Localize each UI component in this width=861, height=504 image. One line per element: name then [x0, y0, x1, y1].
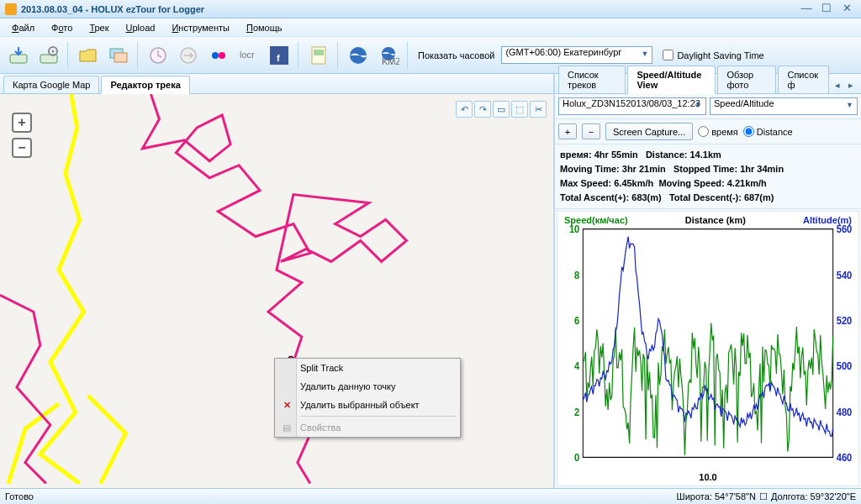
photos-button[interactable] [105, 42, 132, 69]
view-select[interactable]: Speed/Altitude [710, 97, 858, 115]
zoom-in-button[interactable]: + [12, 113, 32, 133]
right-tabs: Список треков Speed/Altitude View Обзор … [555, 74, 861, 94]
app-icon [5, 3, 17, 15]
minimize-button[interactable]: — [797, 3, 816, 16]
dst-checkbox[interactable] [663, 50, 673, 60]
device-config-button[interactable] [35, 42, 62, 69]
clock-button[interactable] [145, 42, 172, 69]
tab-scroll-left[interactable]: ◂ [831, 77, 844, 93]
stat-ascent-label: Total Ascent(+): [560, 192, 629, 202]
tab-scroll-right[interactable]: ▸ [844, 77, 858, 93]
menu-photo[interactable]: Фото [43, 20, 81, 35]
ctx-delete-point[interactable]: Удалить данную точку [275, 377, 460, 396]
track-select[interactable]: Holux_ZD3N152013/08/03_12:23 [558, 97, 706, 115]
timeshift-button[interactable] [175, 42, 202, 69]
ctx-properties: ▤Свойства [275, 418, 460, 437]
stat-descent-val: 687(m) [744, 192, 774, 202]
chart-panel: Speed(км/час) Distance (km) Altitude(m) … [557, 211, 859, 486]
select-rect-button[interactable]: ▭ [493, 101, 510, 118]
toolbar-separator [137, 42, 140, 69]
zoom-out-chart-button[interactable]: − [582, 123, 600, 139]
close-button[interactable]: ✕ [837, 3, 856, 16]
dst-checkbox-wrap[interactable]: Daylight Saving Time [663, 50, 763, 60]
tab-speed-altitude[interactable]: Speed/Altitude View [627, 66, 716, 94]
stats-panel: время: 4hr 55min Distance: 14.1km Moving… [555, 144, 861, 209]
svg-point-3 [52, 50, 55, 52]
toolbar-separator [407, 42, 409, 69]
menu-file[interactable]: Файл [3, 20, 43, 35]
stat-time-val: 4hr 55min [594, 150, 638, 160]
map-canvas[interactable]: + − ↶ ↷ ▭ ⬚ ✂ Split Track Удалить данную… [0, 94, 553, 488]
track-select-value: Holux_ZD3N152013/08/03_12:23 [563, 98, 700, 108]
device-read-button[interactable] [5, 42, 32, 69]
menu-tools[interactable]: Инструменты [163, 20, 238, 35]
stat-dist-val: 14.1km [689, 150, 721, 160]
tab-track-list[interactable]: Список треков [558, 66, 626, 93]
svg-text:520: 520 [837, 314, 853, 327]
ctx-split-track[interactable]: Split Track [275, 359, 460, 377]
left-tabs: Карта Google Map Редактор трека [0, 74, 553, 94]
svg-rect-14 [314, 50, 324, 55]
ctx-delete-object[interactable]: ✕Удалить выбранный объект [275, 396, 460, 414]
tab-google-map[interactable]: Карта Google Map [3, 76, 99, 93]
svg-point-9 [219, 52, 225, 59]
toolbar-separator [298, 42, 300, 69]
tab-photo-list[interactable]: Список ф [778, 66, 829, 93]
stat-time-label: время: [560, 150, 592, 160]
zoom-out-button[interactable]: − [12, 138, 32, 158]
menu-track[interactable]: Трек [81, 20, 117, 35]
distance-radio-wrap[interactable]: Distance [743, 126, 793, 137]
tab-track-editor[interactable]: Редактор трека [101, 76, 189, 94]
svg-text:10: 10 [569, 225, 580, 236]
cut-track-button[interactable]: ✂ [530, 101, 547, 118]
timezone-value: (GMT+06:00) Екатеринбург [505, 47, 621, 57]
zoom-in-chart-button[interactable]: + [558, 123, 577, 139]
svg-rect-0 [10, 55, 27, 63]
map-tools: ↶ ↷ ▭ ⬚ ✂ [456, 101, 547, 118]
time-radio[interactable] [698, 126, 709, 137]
stat-stopped-label: Stopped Time: [673, 164, 737, 174]
stat-movspeed-val: 4.21km/h [727, 178, 767, 188]
open-folder-button[interactable] [75, 42, 102, 69]
stat-movspeed-label: Moving Speed: [658, 178, 724, 188]
facebook-button[interactable]: f [266, 42, 293, 69]
chart-canvas: 0246810460480500520540560 [559, 225, 857, 471]
toolbar-separator [337, 42, 340, 69]
dst-label: Daylight Saving Time [677, 50, 763, 60]
statusbar: Готово Широта: 54°7'58"N ☐ Долгота: 59°3… [0, 488, 861, 504]
screen-capture-button[interactable]: Screen Capture... [605, 123, 693, 140]
select-area-button[interactable]: ⬚ [511, 101, 528, 118]
status-lon: Долгота: 59°32'20"E [771, 491, 856, 501]
kmz-export-button[interactable]: KMZ [375, 42, 402, 69]
ctx-delpoint-label: Удалить данную точку [300, 381, 396, 391]
export-html-button[interactable] [305, 42, 332, 69]
svg-rect-5 [114, 53, 127, 62]
time-radio-wrap[interactable]: время [698, 126, 738, 137]
menu-upload[interactable]: Upload [118, 20, 164, 35]
menu-help[interactable]: Помощь [238, 20, 291, 35]
locr-button[interactable]: locr [235, 42, 262, 69]
distance-radio-label: Distance [757, 127, 793, 137]
tab-photo-overview[interactable]: Обзор фото [717, 66, 776, 93]
stat-maxspeed-label: Max Speed: [560, 178, 611, 188]
svg-text:0: 0 [574, 452, 579, 465]
toolbar-separator [67, 42, 70, 69]
maximize-button[interactable]: ☐ [817, 3, 836, 16]
svg-text:2: 2 [574, 406, 579, 418]
redo-button[interactable]: ↷ [474, 101, 491, 118]
flickr-button[interactable] [205, 42, 232, 69]
undo-button[interactable]: ↶ [456, 101, 473, 118]
svg-text:500: 500 [837, 360, 853, 373]
titlebar: 2013.08.03_04 - HOLUX ezTour for Logger … [0, 0, 861, 18]
google-earth-button[interactable] [345, 42, 372, 69]
zoom-controls: + − [12, 113, 32, 163]
svg-text:KMZ: KMZ [382, 56, 399, 66]
track-view-controls: Holux_ZD3N152013/08/03_12:23 Speed/Altit… [555, 94, 861, 119]
ctx-delobj-label: Удалить выбранный объект [300, 400, 420, 410]
distance-radio[interactable] [743, 126, 754, 137]
status-lat: Широта: 54°7'58"N [677, 491, 756, 501]
distance-axis-label: Distance (km) [685, 215, 746, 225]
stat-stopped-val: 1hr 34min [740, 164, 784, 174]
timezone-select[interactable]: (GMT+06:00) Екатеринбург [501, 46, 652, 64]
svg-text:480: 480 [837, 406, 853, 418]
